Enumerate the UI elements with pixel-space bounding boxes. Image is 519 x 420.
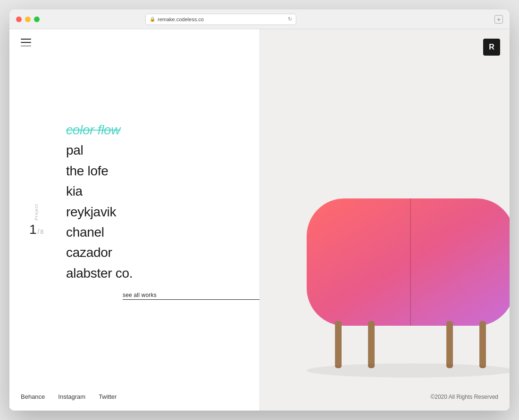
- address-bar[interactable]: 🔒 remake.codeless.co ↻: [145, 14, 296, 25]
- page-content: Project 1 / 8 color flowpalthe lofekiare…: [9, 29, 510, 411]
- project-item-7[interactable]: cazador: [66, 242, 260, 263]
- svg-rect-5: [479, 321, 486, 368]
- counter-number: 1 / 8: [29, 223, 43, 236]
- traffic-lights: [16, 16, 40, 22]
- project-item-1[interactable]: color flow: [66, 120, 260, 140]
- left-panel: Project 1 / 8 color flowpalthe lofekiare…: [9, 29, 260, 411]
- footer-right: ©2020 All Rights Reserved: [430, 394, 498, 400]
- project-item-3[interactable]: the lofe: [66, 161, 260, 181]
- new-tab-button[interactable]: +: [494, 15, 503, 24]
- counter-separator: /: [38, 228, 40, 235]
- footer-link-instagram[interactable]: Instagram: [58, 393, 85, 400]
- hamburger-menu-icon[interactable]: [21, 39, 31, 46]
- counter-total: 8: [40, 229, 43, 235]
- project-item-4[interactable]: kia: [66, 181, 260, 201]
- project-item-6[interactable]: chanel: [66, 222, 260, 242]
- close-button[interactable]: [16, 16, 22, 22]
- url-text: remake.codeless.co: [158, 16, 204, 22]
- refresh-icon: ↻: [288, 16, 292, 22]
- right-panel: R: [260, 29, 510, 411]
- svg-point-6: [307, 363, 510, 378]
- footer-link-twitter[interactable]: Twitter: [99, 393, 117, 400]
- minimize-button[interactable]: [25, 16, 31, 22]
- project-item-8[interactable]: alabster co.: [66, 263, 260, 283]
- footer-link-behance[interactable]: Behance: [21, 393, 45, 400]
- project-list: color flowpalthe lofekiareykjavikchanelc…: [9, 56, 260, 383]
- footer-left: Behance Instagram Twitter: [9, 383, 260, 411]
- copyright-text: ©2020 All Rights Reserved: [430, 394, 498, 400]
- svg-rect-0: [307, 198, 510, 326]
- svg-rect-3: [368, 321, 375, 368]
- counter-label: Project: [34, 204, 39, 220]
- see-all-works-link[interactable]: see all works: [123, 292, 260, 300]
- project-items-container: color flowpalthe lofekiareykjavikchanelc…: [66, 120, 260, 283]
- furniture-illustration: [297, 184, 510, 382]
- svg-rect-2: [335, 321, 342, 368]
- browser-window: 🔒 remake.codeless.co ↻ + Project 1: [9, 9, 510, 411]
- header-left: [9, 29, 260, 56]
- furniture-container: [260, 29, 510, 411]
- browser-chrome: 🔒 remake.codeless.co ↻ +: [9, 9, 510, 29]
- project-counter: Project 1 / 8: [29, 204, 43, 236]
- project-item-5[interactable]: reykjavik: [66, 202, 260, 222]
- project-item-2[interactable]: pal: [66, 140, 260, 160]
- svg-rect-4: [446, 321, 453, 368]
- counter-current: 1: [29, 223, 37, 236]
- lock-icon: 🔒: [150, 16, 155, 22]
- maximize-button[interactable]: [34, 16, 40, 22]
